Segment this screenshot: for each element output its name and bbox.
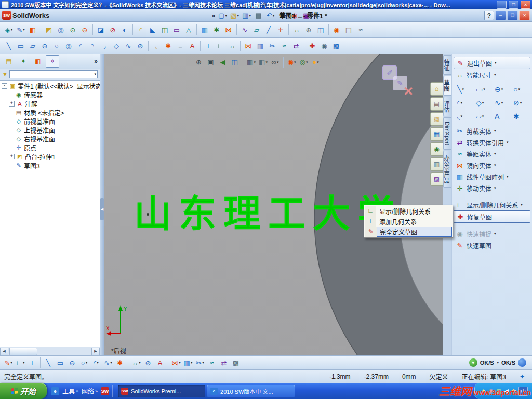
appearance-icon[interactable]: ◉ <box>331 24 342 35</box>
ok-s-label-1[interactable]: OK/S <box>480 360 494 366</box>
point-icon[interactable]: ✱ <box>163 40 174 51</box>
fillet-icon[interactable]: ◜ <box>135 24 147 35</box>
hole-wizard-icon[interactable]: ⊘ <box>107 24 118 35</box>
extruded-boss-icon[interactable]: ◩ <box>43 24 55 35</box>
arc-icon[interactable]: ◜▾ <box>90 357 102 368</box>
swept-boss-icon[interactable]: ⊙ <box>67 24 78 35</box>
plane-icon[interactable]: ▱ <box>251 24 262 35</box>
axis-icon[interactable]: ╱ <box>263 24 274 35</box>
revolved-boss-icon[interactable]: ◎ <box>55 24 66 35</box>
print-icon[interactable]: ▤ <box>252 10 264 21</box>
app-close-button[interactable]: ✕ <box>519 11 530 20</box>
task-browser[interactable]: e2010 SW版本中 文... <box>207 385 295 397</box>
reference-geometry-icon[interactable]: ◈▾ <box>3 24 15 35</box>
sketch-icon[interactable]: ✎▾ <box>15 24 26 35</box>
file-explorer-icon[interactable]: ▧ <box>430 112 443 126</box>
line-icon[interactable]: ╲ <box>43 357 54 368</box>
slot-icon[interactable]: ⊖ <box>66 357 78 368</box>
add-relation-icon[interactable]: ⊥ <box>203 40 214 51</box>
chamfer-icon[interactable]: ◣ <box>147 24 158 35</box>
confirmation-corner-icon[interactable]: ▼ <box>469 358 477 367</box>
shell-icon[interactable]: ▭ <box>171 24 182 35</box>
menu-fully-define-sketch[interactable]: ✎完全定义草图 <box>365 227 452 237</box>
mass-properties-icon[interactable]: ⊕ <box>303 24 314 35</box>
tray-icon-4[interactable]: ◀ <box>504 388 508 394</box>
mirror-icon[interactable]: ⋈ <box>223 24 234 35</box>
material-icon[interactable]: ▤ <box>343 24 354 35</box>
linear-sketch-pattern-icon[interactable]: ▦ <box>255 40 266 51</box>
lofted-boss-icon[interactable]: ⊖ <box>79 24 90 35</box>
rectangle-icon[interactable]: ▭ <box>55 357 66 368</box>
browser-minimize-button[interactable]: ─ <box>497 1 507 9</box>
browser-close-button[interactable]: ✕ <box>521 1 530 9</box>
menu-display-delete-relations[interactable]: ∟显示/删除几何关系 <box>365 206 452 216</box>
tree-item[interactable]: ✛原点 <box>0 143 100 152</box>
measure-icon[interactable]: ↔ <box>291 24 302 35</box>
display-relations-icon[interactable]: ∟ <box>215 40 226 51</box>
app-restore-button[interactable]: ❐ <box>507 11 518 20</box>
convert-entities-icon[interactable]: ⇄ <box>218 357 230 368</box>
section-properties-icon[interactable]: ◫ <box>315 24 326 35</box>
rectangle-tool-icon[interactable]: ▭▾ <box>473 83 492 96</box>
tab-overflow-chevron[interactable]: » <box>94 58 98 65</box>
section-view-icon[interactable]: ◫ <box>229 57 240 68</box>
tree-item[interactable]: ▤材质 <未指定> <box>0 108 100 117</box>
add-relation-icon[interactable]: ⊥ <box>26 357 38 368</box>
repair-sketch-button[interactable]: ✚修复草图 <box>454 210 530 223</box>
start-button[interactable]: 开始 <box>0 383 47 399</box>
three-point-arc-icon[interactable]: ◞ <box>99 40 110 51</box>
trim-entities-icon[interactable]: ✂▾ <box>194 357 206 368</box>
circular-pattern-icon[interactable]: ✱ <box>211 24 222 35</box>
fillet-tool-icon[interactable]: ◟▾ <box>455 110 473 123</box>
offset-entities-icon[interactable]: ≈ <box>206 357 218 368</box>
sketch-text-entity[interactable]: 山东理工大学 <box>134 183 402 237</box>
commandmanager-tab-评估[interactable]: 评估 <box>443 97 451 116</box>
rectangle-icon[interactable]: ▭ <box>15 40 26 51</box>
undo-icon[interactable]: ↶▾ <box>264 10 276 21</box>
propertymanager-tab[interactable]: ✦ <box>17 55 30 68</box>
move-entities-button[interactable]: ✛移动实体▾ <box>454 182 530 194</box>
spline-icon[interactable]: ∿▾ <box>102 357 114 368</box>
text-icon[interactable]: A <box>154 357 166 368</box>
solidworks-resources-icon[interactable]: ⌂ <box>430 82 443 96</box>
tree-item[interactable]: ◉传感器 <box>0 90 100 99</box>
tree-root-part[interactable]: -▣零件1 (默认<<默认>_显示状态 <box>0 82 100 90</box>
sketch-fillet-icon[interactable]: ◟ <box>151 40 162 51</box>
tree-item[interactable]: +A注解 <box>0 99 100 108</box>
design-library-icon[interactable]: ▤ <box>430 97 443 111</box>
commandmanager-tab-DimXpert[interactable]: DimXpert <box>443 117 451 150</box>
tree-expander[interactable]: - <box>2 83 7 89</box>
commandmanager-tab-办公室产品[interactable]: 办公室产品 <box>443 151 451 188</box>
revolved-cut-icon[interactable]: ◐ <box>119 24 130 35</box>
appearances-icon[interactable]: ◉ <box>430 142 443 156</box>
tray-icon-3[interactable]: ▦ <box>496 388 501 394</box>
tools-toolbar-label[interactable]: 工具» <box>62 387 78 395</box>
repair-sketch-icon[interactable]: ✚ <box>307 40 318 51</box>
point-icon[interactable]: ✱ <box>114 357 126 368</box>
instant3d-icon[interactable]: ◧ <box>27 24 38 35</box>
edit-appearance-icon[interactable]: ◉▾ <box>286 57 297 68</box>
new-document-icon[interactable]: ▢▾ <box>217 10 228 21</box>
parallelogram-icon[interactable]: ▱ <box>27 40 38 51</box>
apply-scene-icon[interactable]: ◎▾ <box>298 57 309 68</box>
browser-maximize-button[interactable]: ❐ <box>509 1 518 9</box>
trim-entities-icon[interactable]: ✂ <box>267 40 278 51</box>
tray-icon-5[interactable]: ✚ <box>511 388 516 394</box>
display-delete-relations-button[interactable]: ∟显示/删除几何关系▾ <box>454 199 530 210</box>
scroll-left-button[interactable]: ◀ <box>0 348 8 355</box>
tree-expander[interactable]: + <box>9 101 15 107</box>
plane-tool-icon[interactable]: ▱▾ <box>473 110 492 123</box>
document-recovery-icon[interactable]: ▨ <box>430 172 443 186</box>
sketch-button-icon[interactable]: ✎▾ <box>3 357 14 368</box>
smart-dimension-button[interactable]: ↔智能尺寸▾ <box>454 69 530 81</box>
text-icon[interactable]: A <box>187 40 198 51</box>
view-settings-icon[interactable]: ●▾ <box>310 57 321 68</box>
curves-icon[interactable]: ∿ <box>239 24 250 35</box>
perimeter-circle-icon[interactable]: ◎ <box>63 40 74 51</box>
tray-icon-2[interactable]: ◉ <box>488 388 494 394</box>
network-toolbar-label[interactable]: 网络» <box>82 387 98 395</box>
ok-s-caret[interactable]: ▾ <box>497 361 499 365</box>
slot-tool-icon[interactable]: ⊖▾ <box>492 83 511 96</box>
previous-view-icon[interactable]: ◀ <box>217 57 228 68</box>
help-button[interactable]: ? <box>484 11 494 20</box>
